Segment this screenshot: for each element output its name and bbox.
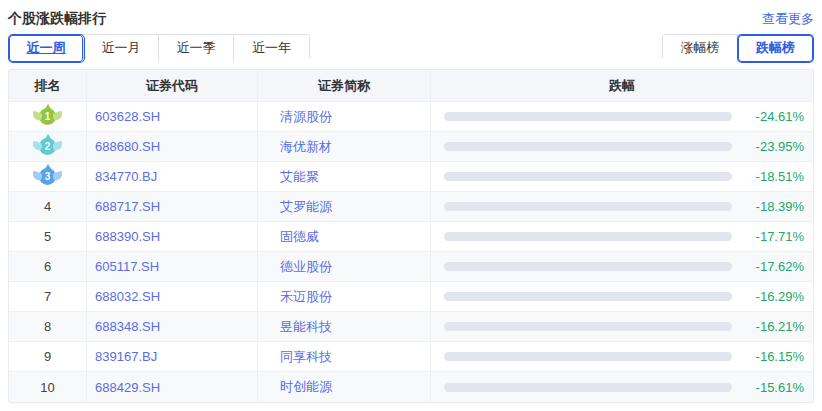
column-header-change: 跌幅	[431, 70, 813, 101]
name-cell: 时创能源	[258, 372, 431, 402]
rank-number: 5	[44, 229, 51, 244]
change-bar-track	[444, 383, 732, 392]
table-row: 5 688390.SH 固德威 -17.71%	[9, 222, 813, 252]
name-cell: 艾罗能源	[258, 192, 431, 221]
stock-code-link[interactable]: 688717.SH	[95, 199, 160, 214]
medal-crown-icon	[45, 164, 51, 169]
change-percent-value: -24.61%	[732, 109, 804, 124]
stock-ranking-widget: 个股涨跌幅排行 查看更多 近一周近一月近一季近一年 涨幅榜跌幅榜 排名 证券代码…	[0, 0, 822, 411]
table-body: 1 603628.SH 清源股份 -24.61% 2 688680.SH 海优新…	[9, 102, 813, 402]
table-row: 10 688429.SH 时创能源 -15.61%	[9, 372, 813, 402]
name-cell: 艾能聚	[258, 162, 431, 191]
name-cell: 德业股份	[258, 252, 431, 281]
stock-code-link[interactable]: 688429.SH	[95, 380, 160, 395]
period-tab-group: 近一周近一月近一季近一年	[8, 34, 310, 61]
stock-name-link[interactable]: 禾迈股份	[280, 288, 332, 306]
widget-header: 个股涨跌幅排行 查看更多	[8, 8, 814, 32]
change-cell: -17.62%	[431, 252, 813, 281]
rank-number: 7	[44, 289, 51, 304]
name-cell: 昱能科技	[258, 312, 431, 341]
change-bar-track	[444, 352, 732, 361]
stock-code-link[interactable]: 688348.SH	[95, 319, 160, 334]
rank-number: 6	[44, 259, 51, 274]
medal-rank-3-icon: 3	[39, 168, 56, 185]
stock-name-link[interactable]: 昱能科技	[280, 318, 332, 336]
change-bar-track	[444, 262, 732, 271]
rank-cell: 4	[9, 192, 87, 221]
name-cell: 清源股份	[258, 102, 431, 131]
column-header-name: 证券简称	[258, 70, 431, 101]
code-cell: 688032.SH	[87, 282, 258, 311]
code-cell: 688680.SH	[87, 132, 258, 161]
tab-label: 近一年	[252, 40, 291, 55]
tab-label: 涨幅榜	[681, 40, 720, 55]
change-cell: -16.15%	[431, 342, 813, 371]
stock-code-link[interactable]: 688390.SH	[95, 229, 160, 244]
medal-rank-2-icon: 2	[39, 138, 56, 155]
table-row: 7 688032.SH 禾迈股份 -16.29%	[9, 282, 813, 312]
table-row: 6 605117.SH 德业股份 -17.62%	[9, 252, 813, 282]
stock-name-link[interactable]: 艾能聚	[280, 168, 319, 186]
period-tab-近一月[interactable]: 近一月	[84, 35, 159, 62]
stock-code-link[interactable]: 605117.SH	[95, 259, 159, 274]
change-percent-value: -15.61%	[732, 380, 804, 395]
change-cell: -16.21%	[431, 312, 813, 341]
code-cell: 688348.SH	[87, 312, 258, 341]
change-percent-value: -16.21%	[732, 319, 804, 334]
stock-code-link[interactable]: 688680.SH	[95, 139, 160, 154]
table-row: 3 834770.BJ 艾能聚 -18.51%	[9, 162, 813, 192]
change-bar-track	[444, 292, 732, 301]
table-row: 8 688348.SH 昱能科技 -16.21%	[9, 312, 813, 342]
period-tab-近一周[interactable]: 近一周	[9, 35, 84, 62]
table-row: 1 603628.SH 清源股份 -24.61%	[9, 102, 813, 132]
board-tab-涨幅榜[interactable]: 涨幅榜	[663, 35, 738, 62]
stock-name-link[interactable]: 海优新材	[280, 138, 332, 156]
table-row: 4 688717.SH 艾罗能源 -18.39%	[9, 192, 813, 222]
view-more-link[interactable]: 查看更多	[762, 8, 814, 28]
stock-code-link[interactable]: 688032.SH	[95, 289, 160, 304]
board-tab-跌幅榜[interactable]: 跌幅榜	[738, 35, 813, 62]
column-header-rank: 排名	[9, 70, 87, 101]
code-cell: 688429.SH	[87, 372, 258, 402]
code-cell: 834770.BJ	[87, 162, 258, 191]
change-percent-value: -18.39%	[732, 199, 804, 214]
table-row: 2 688680.SH 海优新材 -23.95%	[9, 132, 813, 162]
table-header-row: 排名 证券代码 证券简称 跌幅	[9, 70, 813, 102]
change-cell: -17.71%	[431, 222, 813, 251]
stock-code-link[interactable]: 603628.SH	[95, 109, 160, 124]
rank-cell: 9	[9, 342, 87, 371]
name-cell: 固德威	[258, 222, 431, 251]
stock-name-link[interactable]: 固德威	[280, 228, 319, 246]
rank-number: 10	[40, 380, 54, 395]
rank-cell: 5	[9, 222, 87, 251]
table-row: 9 839167.BJ 同享科技 -16.15%	[9, 342, 813, 372]
period-tab-近一年[interactable]: 近一年	[234, 35, 309, 62]
tab-label: 近一月	[102, 40, 141, 55]
stock-name-link[interactable]: 同享科技	[280, 348, 332, 366]
stock-code-link[interactable]: 839167.BJ	[95, 349, 157, 364]
change-bar-track	[444, 322, 732, 331]
change-percent-value: -16.15%	[732, 349, 804, 364]
stock-name-link[interactable]: 时创能源	[280, 378, 332, 396]
stock-name-link[interactable]: 艾罗能源	[280, 198, 332, 216]
rank-cell: 7	[9, 282, 87, 311]
change-percent-value: -23.95%	[732, 139, 804, 154]
code-cell: 688717.SH	[87, 192, 258, 221]
change-cell: -18.51%	[431, 162, 813, 191]
change-percent-value: -17.62%	[732, 259, 804, 274]
stock-code-link[interactable]: 834770.BJ	[95, 169, 157, 184]
period-tab-近一季[interactable]: 近一季	[159, 35, 234, 62]
change-cell: -16.29%	[431, 282, 813, 311]
code-cell: 839167.BJ	[87, 342, 258, 371]
change-cell: -23.95%	[431, 132, 813, 161]
change-bar-track	[444, 172, 732, 181]
ranking-table: 排名 证券代码 证券简称 跌幅 1 603628.SH 清源股份 -24.61%…	[8, 69, 814, 403]
stock-name-link[interactable]: 德业股份	[280, 258, 332, 276]
rank-number: 9	[44, 349, 51, 364]
name-cell: 禾迈股份	[258, 282, 431, 311]
tab-label: 跌幅榜	[756, 40, 795, 55]
name-cell: 海优新材	[258, 132, 431, 161]
stock-name-link[interactable]: 清源股份	[280, 108, 332, 126]
change-bar-track	[444, 202, 732, 211]
change-bar-track	[444, 112, 732, 121]
